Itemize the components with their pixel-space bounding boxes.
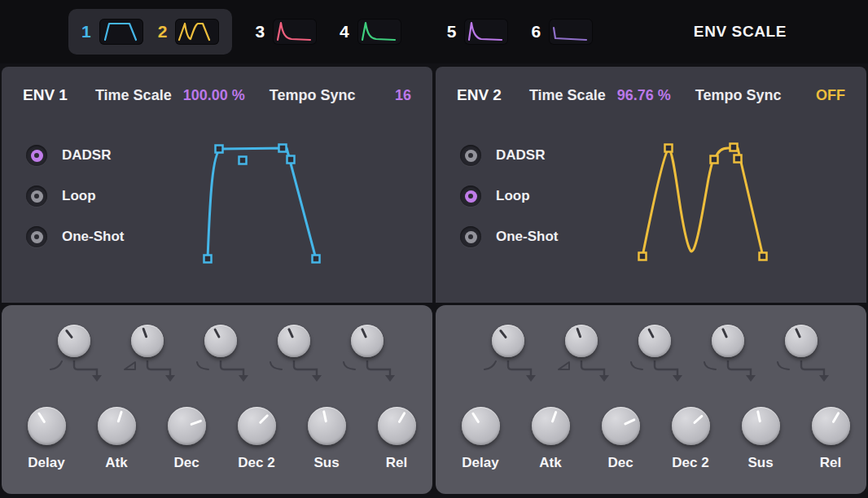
knob-label: Rel	[820, 455, 841, 471]
panel-title: ENV 1	[23, 86, 68, 104]
stage-knob[interactable]	[812, 407, 850, 445]
tempo-sync-value[interactable]: OFF	[816, 87, 845, 104]
stage-knob[interactable]	[602, 407, 640, 445]
envelope-handle[interactable]	[287, 156, 295, 164]
next-stage-arrow-icon	[69, 360, 107, 384]
stage-unit-rel: Rel	[796, 407, 866, 471]
knob-label: Dec 2	[672, 455, 708, 471]
curve-shape-icon	[49, 360, 64, 372]
envelope-handle[interactable]	[711, 156, 718, 164]
envelope-handle[interactable]	[760, 253, 767, 260]
curve-amount-knob[interactable]	[351, 325, 384, 357]
env-tab-4[interactable]: 4	[340, 19, 401, 45]
envelope-curve	[642, 148, 763, 256]
curve-stage-unit	[471, 325, 545, 386]
curve-stage-unit	[545, 325, 618, 386]
envelope-handle[interactable]	[734, 155, 742, 163]
mode-one-shot[interactable]: One-Shot	[26, 226, 125, 247]
radio-button[interactable]	[460, 186, 481, 207]
next-stage-arrow-icon	[576, 360, 614, 384]
curve-stage-unit	[618, 325, 691, 386]
mode-label: One-Shot	[62, 229, 125, 245]
radio-button[interactable]	[26, 226, 47, 247]
mode-loop[interactable]: Loop	[460, 186, 559, 207]
stage-knob[interactable]	[98, 407, 136, 445]
envelope-handle[interactable]	[639, 253, 647, 260]
curve-amount-knob[interactable]	[204, 325, 237, 357]
stage-knob[interactable]	[378, 407, 416, 445]
env1-mode-group: DADSR Loop One-Shot	[26, 145, 125, 247]
tab-number: 2	[158, 22, 168, 42]
mode-loop[interactable]: Loop	[26, 186, 125, 207]
curve-stage-unit	[184, 325, 257, 386]
next-stage-arrow-icon	[503, 360, 541, 384]
knob-label: Dec	[607, 455, 633, 471]
selected-env-tab-group: 1 2	[68, 9, 232, 55]
next-stage-arrow-icon	[142, 360, 180, 384]
mode-dadsr[interactable]: DADSR	[460, 145, 559, 166]
time-scale-label: Time Scale	[95, 87, 172, 104]
next-stage-arrow-icon	[216, 360, 253, 384]
stage-knob[interactable]	[672, 407, 710, 445]
curve-amount-knob[interactable]	[131, 325, 164, 357]
curve-amount-knob[interactable]	[785, 325, 818, 357]
curve-stage-unit	[257, 325, 331, 386]
curve-shape-icon	[483, 360, 498, 372]
env1-editor: ENV 1 Time Scale 100.00 % Tempo Sync 16 …	[2, 67, 432, 303]
stage-unit-dec: Dec	[585, 407, 655, 471]
envelope-handle[interactable]	[204, 256, 212, 263]
curve-stage-unit	[765, 325, 838, 386]
env-tab-5[interactable]: 5	[447, 19, 509, 45]
tempo-sync-value[interactable]: 16	[395, 87, 411, 104]
time-scale-value[interactable]: 100.00 %	[183, 87, 245, 104]
curve-stage-unit	[691, 325, 765, 386]
envelope-handle[interactable]	[216, 146, 223, 153]
env-tab-3[interactable]: 3	[255, 19, 317, 45]
mode-label: Loop	[62, 188, 96, 204]
stage-knob-row: DelayAtkDecDec 2SusRel	[2, 386, 432, 471]
curve-shape-icon	[629, 360, 645, 372]
radio-button[interactable]	[26, 145, 47, 166]
radio-button[interactable]	[460, 145, 481, 166]
env-tab-1[interactable]: 1	[81, 19, 143, 45]
stage-knob[interactable]	[462, 407, 500, 445]
panel-title: ENV 2	[457, 86, 502, 104]
envelope-handle[interactable]	[665, 145, 673, 152]
mode-dadsr[interactable]: DADSR	[26, 145, 125, 166]
envelope-curve-display[interactable]	[638, 138, 777, 269]
envelope-handle[interactable]	[730, 144, 738, 151]
curve-amount-knob[interactable]	[492, 325, 524, 357]
curve-amount-knob[interactable]	[712, 325, 744, 357]
next-stage-arrow-icon	[362, 360, 400, 384]
stage-knob[interactable]	[532, 407, 570, 445]
envelope-curve-display[interactable]	[191, 138, 330, 269]
tab-number: 6	[531, 22, 541, 42]
next-stage-arrow-icon	[289, 360, 327, 384]
stage-knob[interactable]	[28, 407, 66, 445]
envelope-handle[interactable]	[313, 256, 320, 263]
env-tab-2[interactable]: 2	[158, 19, 220, 45]
stage-knob[interactable]	[168, 407, 206, 445]
radio-button[interactable]	[26, 186, 47, 207]
env2-panel: ENV 2 Time Scale 96.76 % Tempo Sync OFF …	[436, 67, 866, 494]
curve-shape-icon	[776, 360, 791, 372]
curve-shape-icon	[342, 360, 357, 372]
curve-amount-knob[interactable]	[565, 325, 598, 357]
envelope-handle[interactable]	[239, 157, 247, 164]
knob-label: Sus	[747, 455, 773, 471]
time-scale-value[interactable]: 96.76 %	[617, 87, 671, 104]
stage-knob[interactable]	[742, 407, 780, 445]
mode-one-shot[interactable]: One-Shot	[460, 226, 559, 247]
stage-knob[interactable]	[308, 407, 346, 445]
stage-knob[interactable]	[238, 407, 276, 445]
stage-unit-delay: Delay	[445, 407, 515, 471]
radio-button[interactable]	[460, 226, 481, 247]
next-stage-arrow-icon	[723, 360, 761, 384]
curve-amount-knob[interactable]	[58, 325, 90, 357]
curve-amount-knob[interactable]	[638, 325, 671, 357]
curve-amount-knob[interactable]	[278, 325, 310, 357]
env-tab-6[interactable]: 6	[531, 19, 593, 45]
env-scale-button[interactable]: ENV SCALE	[694, 23, 787, 41]
envelope-handle[interactable]	[279, 145, 287, 152]
stage-unit-sus: Sus	[726, 407, 796, 471]
